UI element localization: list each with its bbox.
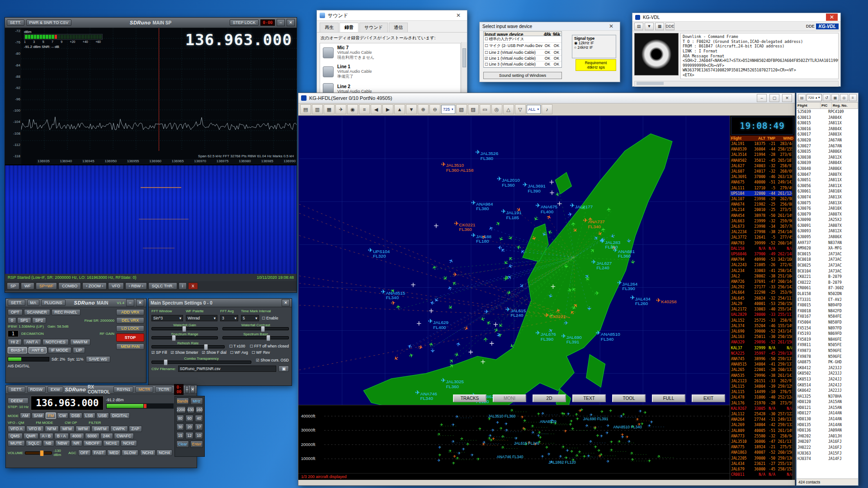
- profile-aircraft-marker[interactable]: ✈: [606, 423, 609, 428]
- main-titlebar[interactable]: SETT. MA PLUGINS SDRuno MAIN V1.4 – ✕: [6, 299, 146, 307]
- flight-row[interactable]: ANA45438978-50261/149: [730, 213, 794, 218]
- profile-aircraft-marker[interactable]: ✈: [471, 453, 474, 457]
- sp-toolbar-button[interactable]: SP: [7, 282, 19, 290]
- target-icon[interactable]: ◎: [840, 94, 848, 101]
- profile-aircraft-marker[interactable]: ✈: [537, 412, 540, 416]
- wave-device-row[interactable]: ☐ Line 3 (Virtual Audio Cable) OK OK: [484, 61, 561, 67]
- rx-select-button[interactable]: 0: [8, 317, 16, 324]
- aircraft-marker[interactable]: ✈: [596, 329, 601, 336]
- profile-aircraft-marker[interactable]: ✈: [561, 445, 565, 449]
- profile-aircraft-marker[interactable]: ✈: [440, 422, 443, 427]
- profile-aircraft-marker[interactable]: ✈: [565, 456, 568, 460]
- map-button-text[interactable]: TEXT: [572, 394, 606, 402]
- mode-cw-button[interactable]: CW: [57, 413, 68, 419]
- sp-toolbar-button[interactable]: SP+WF: [36, 282, 57, 290]
- menu-icon[interactable]: ≡: [849, 94, 857, 101]
- flight-row[interactable]: JAL23433003-41258/143: [730, 268, 794, 273]
- band-key-10[interactable]: 10: [195, 432, 203, 439]
- aircraft-marker[interactable]: ✈: [497, 175, 502, 182]
- play-icon[interactable]: ▶: [382, 104, 393, 114]
- rx-nr-button[interactable]: NR: [71, 440, 82, 446]
- aircraft-marker[interactable]: ✈: [487, 225, 495, 231]
- flight-row[interactable]: JAL351421994-28273/67: [730, 152, 794, 157]
- profile-aircraft-marker[interactable]: ✈: [610, 440, 613, 444]
- profile-aircraft-marker[interactable]: ✈: [437, 458, 440, 463]
- aircraft-marker[interactable]: ✈: [617, 279, 622, 286]
- col-wind[interactable]: WIND: [775, 136, 793, 141]
- target-icon[interactable]: ◎: [491, 104, 502, 114]
- contact-row[interactable]: 6J0061JA810X: [797, 188, 858, 194]
- profile-aircraft-marker[interactable]: ✈: [458, 451, 461, 455]
- profile-aircraft-marker[interactable]: ✈: [571, 427, 574, 432]
- main-rec-panel-button[interactable]: REC PANEL: [52, 309, 80, 315]
- contact-row[interactable]: 6J0051JA811X: [797, 177, 858, 183]
- aircraft-marker[interactable]: ✈: [454, 220, 459, 227]
- contact-row[interactable]: GK0502JA23JJ: [797, 371, 858, 376]
- vdl-hscrollbar[interactable]: [634, 81, 839, 87]
- rx-titlebar[interactable]: SETT. RDSW EXW SDRuno RX CONTROL RSYN1 M…: [6, 385, 197, 394]
- profile-aircraft-marker[interactable]: ✈: [489, 433, 492, 438]
- rx-close-button[interactable]: ✕: [190, 386, 195, 393]
- profile-aircraft-marker[interactable]: ✈: [606, 459, 609, 464]
- profile-aircraft-marker[interactable]: ✈: [610, 448, 613, 453]
- contact-row[interactable]: SJ5039RPC4109: [797, 109, 858, 115]
- tmi-select[interactable]: 5▾: [241, 315, 259, 321]
- contact-row[interactable]: 6J0079JA807X: [797, 211, 858, 217]
- contact-row[interactable]: HJ0374JA14FJ: [797, 456, 858, 462]
- open-icon[interactable]: ▤: [300, 104, 311, 114]
- profile-aircraft-marker[interactable]: ✈: [505, 422, 508, 426]
- aircraft-marker[interactable]: ✈: [536, 329, 541, 336]
- flight-list-scrollbar[interactable]: [792, 141, 794, 480]
- contact-row[interactable]: HD0127JA14AN: [797, 410, 858, 416]
- flight-row[interactable]: ANA67421982-25256/88: [730, 202, 794, 207]
- contact-row[interactable]: JH0222JA16FJ: [797, 445, 858, 450]
- contact-row[interactable]: DL0158N502DN: [797, 291, 858, 297]
- step-back-icon[interactable]: ◀: [371, 104, 382, 114]
- record-icon[interactable]: ◉: [347, 104, 358, 114]
- band-key-80[interactable]: 80: [176, 415, 184, 422]
- profile-aircraft-marker[interactable]: ✈: [580, 408, 583, 412]
- flight-row[interactable]: NCA22535997-45259/138: [730, 351, 794, 356]
- profile-aircraft-marker[interactable]: ✈: [599, 452, 603, 457]
- col-pic[interactable]: PIC: [821, 103, 832, 108]
- contact-row[interactable]: GA0875PK-GHD: [797, 359, 858, 365]
- volume-slider[interactable]: [25, 451, 52, 455]
- map-button-tool[interactable]: TOOL: [612, 394, 646, 402]
- aircraft-marker[interactable]: ✈: [561, 333, 566, 339]
- dde-icon[interactable]: DDE: [665, 23, 675, 30]
- mode-digital-button[interactable]: DIGITAL: [110, 413, 130, 419]
- profile-aircraft-marker[interactable]: ✈: [514, 436, 518, 441]
- aircraft-marker[interactable]: ✈: [453, 351, 460, 359]
- profile-aircraft-marker[interactable]: ✈: [589, 439, 592, 444]
- profile-aircraft-marker[interactable]: ✈: [564, 429, 567, 434]
- mss-checkbox[interactable]: ☐ WF Rev: [251, 350, 270, 355]
- aircraft-marker[interactable]: ✈: [455, 341, 462, 347]
- save-icon[interactable]: ▼: [645, 23, 654, 30]
- rx-mfm-button[interactable]: MFM: [60, 426, 75, 432]
- add-vrx-button[interactable]: ADD VRX: [116, 309, 144, 315]
- stop-button[interactable]: STOP: [116, 333, 144, 342]
- profile-aircraft-marker[interactable]: ✈: [481, 442, 485, 446]
- flight-row[interactable]: JAL29227177-33256/142: [730, 284, 794, 290]
- profile-aircraft-marker[interactable]: ✈: [596, 433, 599, 438]
- flight-row[interactable]: ANA851534004-41259/137: [730, 361, 794, 367]
- sp-toolbar-button[interactable]: COMBO: [58, 282, 81, 290]
- mss-titlebar[interactable]: Main Spectrum Settings 0 - 0 ✕: [149, 299, 292, 307]
- rx-vfoa-button[interactable]: VFO A: [8, 426, 25, 432]
- profile-aircraft-marker[interactable]: ✈: [476, 457, 480, 462]
- band-key-2200[interactable]: 2200: [176, 406, 186, 413]
- mode-fm-button[interactable]: FM: [46, 413, 56, 419]
- profile-aircraft-marker[interactable]: ✈: [496, 420, 499, 425]
- rx-qmr-button[interactable]: QMR: [24, 433, 38, 439]
- show-curs-checkbox[interactable]: ☑ Show curs. OSD: [256, 358, 289, 362]
- print-icon[interactable]: ▦: [324, 104, 335, 114]
- aircraft-marker[interactable]: ✈: [536, 202, 541, 209]
- main-close-button[interactable]: ✕: [136, 299, 144, 306]
- rx-nboff-button[interactable]: NBOFF: [83, 440, 103, 446]
- rx-zap-button[interactable]: ZAP: [129, 426, 142, 432]
- contact-row[interactable]: HA1325N378HA: [797, 394, 858, 399]
- contact-row[interactable]: 6J0038JA812X: [797, 155, 858, 160]
- contact-row[interactable]: FX9878N596FE: [797, 354, 858, 360]
- flight-row[interactable]: ANA26427744-31249/133: [730, 417, 794, 422]
- band-key-30[interactable]: 30: [176, 423, 184, 431]
